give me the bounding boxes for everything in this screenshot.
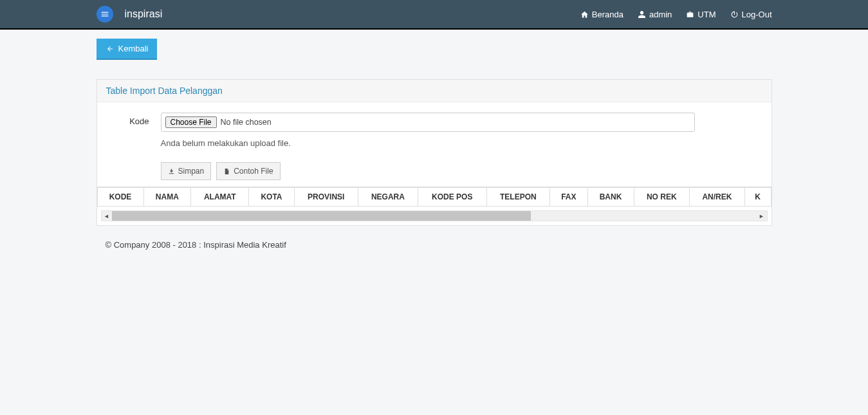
power-icon — [730, 10, 739, 19]
brand-title: inspirasi — [125, 8, 163, 20]
home-icon — [580, 10, 589, 19]
table-header: KOTA — [249, 188, 294, 207]
example-file-button[interactable]: Contoh File — [216, 162, 280, 180]
table-header: K — [744, 188, 771, 207]
nav-org-label: UTM — [697, 10, 716, 19]
example-file-label: Contoh File — [234, 167, 273, 176]
download-icon — [168, 168, 175, 175]
top-navbar: inspirasi Beranda admin UTM Log-Out — [0, 0, 868, 30]
nav-home-label: Beranda — [592, 10, 623, 19]
table-header: BANK — [587, 188, 634, 207]
file-icon — [223, 168, 230, 175]
nav-org[interactable]: UTM — [686, 10, 716, 19]
data-table-wrap: KODENAMAALAMATKOTAPROVINSINEGARAKODE POS… — [97, 187, 771, 207]
scroll-left-arrow[interactable]: ◄ — [102, 213, 112, 219]
nav-user-label: admin — [649, 10, 672, 19]
hamburger-icon — [100, 10, 109, 19]
save-button-label: Simpan — [178, 167, 205, 176]
file-input[interactable]: Choose File No file chosen — [161, 113, 695, 132]
nav-user[interactable]: admin — [638, 10, 672, 19]
table-header: NEGARA — [358, 188, 418, 207]
horizontal-scrollbar[interactable]: ◄ ► — [101, 210, 768, 221]
import-panel: Table Import Data Pelanggan Kode Choose … — [97, 79, 772, 226]
footer-text: © Company 2008 - 2018 : Inspirasi Media … — [97, 240, 772, 250]
table-header: NO REK — [634, 188, 690, 207]
arrow-left-icon — [106, 45, 115, 53]
scroll-track[interactable] — [112, 211, 757, 221]
upload-hint: Anda belum melakukan upload file. — [161, 138, 762, 148]
user-icon — [638, 10, 646, 19]
table-header: TELEPON — [486, 188, 550, 207]
scroll-thumb[interactable] — [112, 211, 531, 221]
data-table: KODENAMAALAMATKOTAPROVINSINEGARAKODE POS… — [97, 187, 771, 207]
table-header: NAMA — [143, 188, 191, 207]
save-button[interactable]: Simpan — [161, 162, 212, 180]
file-status-text: No file chosen — [221, 118, 272, 127]
panel-title: Table Import Data Pelanggan — [97, 80, 771, 102]
choose-file-button[interactable]: Choose File — [165, 116, 217, 128]
table-header: ALAMAT — [191, 188, 249, 207]
back-button[interactable]: Kembali — [97, 39, 158, 60]
table-header: AN/REK — [690, 188, 745, 207]
back-button-label: Kembali — [118, 44, 149, 53]
table-header: KODE POS — [418, 188, 486, 207]
field-label-kode: Kode — [106, 113, 161, 126]
scroll-right-arrow[interactable]: ► — [757, 213, 767, 219]
nav-logout[interactable]: Log-Out — [730, 10, 772, 19]
table-header: PROVINSI — [294, 188, 358, 207]
nav-home[interactable]: Beranda — [580, 10, 623, 19]
briefcase-icon — [686, 10, 694, 19]
menu-toggle-button[interactable] — [97, 6, 113, 23]
table-header: FAX — [550, 188, 587, 207]
nav-logout-label: Log-Out — [742, 10, 772, 19]
table-header: KODE — [97, 188, 143, 207]
